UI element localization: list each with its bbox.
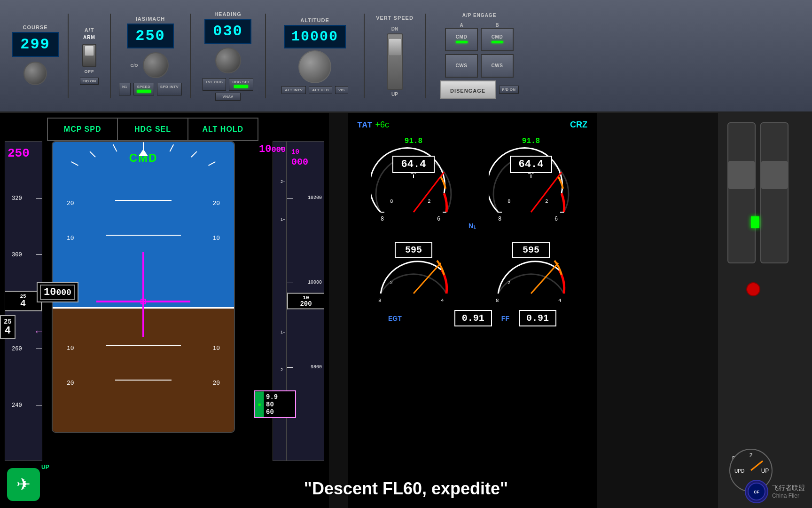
throttle-grip-2 xyxy=(761,161,788,189)
as-label-260: 260 xyxy=(12,346,22,352)
tat-display-group: TAT +6c xyxy=(357,120,389,130)
egt-circle-2: 8 6 4 2 595 xyxy=(489,237,573,303)
egt-label-text: EGT xyxy=(388,315,402,322)
altitude-knob[interactable] xyxy=(298,50,331,83)
alt-label-9800: 9800 xyxy=(311,365,322,370)
n1-val-2: 64.4 xyxy=(510,156,552,173)
dn-label: DN xyxy=(391,26,398,32)
svg-line-16 xyxy=(531,172,562,212)
n1-gauge-1: 91.8 8 xyxy=(362,137,465,222)
svg-text:8: 8 xyxy=(508,198,511,204)
vnav-button[interactable]: VNAV xyxy=(215,93,241,101)
alt-selected-large: 10000 xyxy=(259,143,286,155)
alt-tick-9800 xyxy=(287,367,293,368)
cws-a-label: CWS xyxy=(456,63,468,68)
egt-ff-row: EGT 0.91 FF 0.91 xyxy=(348,308,597,329)
speed-readout-box: 25 4 xyxy=(0,315,16,339)
cws-b-button[interactable]: CWS xyxy=(481,54,514,78)
main-display: MCP SPD HDG SEL ALT HOLD 250 320 300 280… xyxy=(0,113,812,508)
fd-on-right-label: F/D ON xyxy=(502,87,516,92)
svg-text:6: 6 xyxy=(437,216,440,222)
egt-gauge-2: 8 6 4 2 595 xyxy=(479,237,583,303)
watermark: CF 飞行者联盟 China Flier xyxy=(745,480,805,503)
vertspeed-section: VERT SPEED DN UP xyxy=(367,0,423,111)
pitch-20-label-l: 20 xyxy=(67,200,74,207)
throttle-grip-1 xyxy=(728,161,755,189)
baro-digits: 9.9 80 60 xyxy=(264,392,280,417)
svg-text:8: 8 xyxy=(381,216,384,222)
spd-intv-button[interactable]: SPD INTV xyxy=(157,83,182,95)
throttle-handle-2 xyxy=(760,122,789,263)
a-label: A xyxy=(460,23,463,28)
fma-bar: MCP SPD HDG SEL ALT HOLD xyxy=(47,118,258,141)
app-icon[interactable]: ✈ xyxy=(7,468,40,501)
n1-gauge-2: 91.8 8 10 6 8 2 xyxy=(479,137,583,222)
pitch-10-label-r: 10 xyxy=(212,235,220,242)
svg-text:CF: CF xyxy=(754,490,759,494)
ff-val-1: 0.91 xyxy=(454,310,492,326)
heading-knob[interactable] xyxy=(215,48,241,73)
svg-text:UP: UP xyxy=(761,468,769,474)
divider-3 xyxy=(190,14,191,98)
hdg-sel-button[interactable]: HDG SEL xyxy=(229,78,253,91)
alt-hld-button[interactable]: ALT HLD xyxy=(309,86,332,94)
lvl-chg-button[interactable]: LVL CHG xyxy=(203,78,226,91)
baro-green-inner: ■ xyxy=(258,402,261,407)
egt-val-1: 595 xyxy=(395,242,432,258)
gear-red-button[interactable] xyxy=(746,282,760,296)
disengage-button[interactable]: DISENGAGE xyxy=(440,80,496,99)
fd-on-right-button[interactable]: F/D ON xyxy=(499,86,519,94)
cmd-a-label: CMD xyxy=(456,34,467,40)
course-label: COURSE xyxy=(23,24,47,30)
n1-val-1: 64.4 xyxy=(392,156,435,173)
svg-line-7 xyxy=(414,172,444,212)
at-off: OFF xyxy=(85,69,94,74)
ap-engage-section: A/P ENGAGE A CMD B CMD CWS xyxy=(428,0,531,111)
mcp-panel: COURSE 299 A/T ARM OFF F/D ON IAS/MACH 2… xyxy=(0,0,812,113)
egt-gauges-row: 8 6 4 2 595 8 xyxy=(348,232,597,308)
divider-2 xyxy=(110,14,111,98)
watermark-cn: 飞行者联盟 xyxy=(772,484,805,492)
n1-label-text: N₁ xyxy=(468,222,476,230)
pitch-20-up xyxy=(115,200,172,201)
app-icon-plane: ✈ xyxy=(16,475,31,494)
course-section: COURSE 299 xyxy=(5,0,66,111)
svg-text:8: 8 xyxy=(390,198,393,204)
svg-text:4: 4 xyxy=(441,298,444,303)
svg-line-30 xyxy=(531,263,558,294)
course-display: 299 xyxy=(12,32,59,57)
pitch-10-dn-r: 10 xyxy=(212,345,220,352)
divider-4 xyxy=(265,14,266,98)
speed-label: SPEED xyxy=(137,85,151,89)
heading-section: HEADING 030 LVL CHG HDG SEL VNAV xyxy=(193,0,263,111)
fd-on-button[interactable]: F/D ON xyxy=(80,78,99,85)
pitch-20-dn xyxy=(115,380,172,381)
alt-main-digits: 200 xyxy=(300,301,312,307)
n1-section-label: N₁ xyxy=(348,222,597,230)
as-label-300: 300 xyxy=(12,252,22,258)
cmd-a-button[interactable]: CMD xyxy=(445,28,478,51)
divider-1 xyxy=(68,14,69,98)
watermark-text-group: 飞行者联盟 China Flier xyxy=(772,484,805,499)
cmd-b-button[interactable]: CMD xyxy=(481,28,514,51)
n1-label: N1 xyxy=(122,85,127,89)
tat-value: +6c xyxy=(375,120,389,130)
cmd-b-led xyxy=(492,41,503,43)
pitch-10-up xyxy=(106,235,181,236)
svg-text:2: 2 xyxy=(750,452,753,459)
egt-gauge-1: 8 6 4 2 595 xyxy=(362,237,465,303)
alt-intv-button[interactable]: ALT INTV xyxy=(281,86,306,94)
throttle-handle-1 xyxy=(727,122,756,263)
cws-a-button[interactable]: CWS xyxy=(445,54,478,78)
n1-circle-1: 8 10 6 8 2 64.4 xyxy=(371,146,456,222)
n1-button[interactable]: N1 xyxy=(119,83,131,95)
alt-tick-10200 xyxy=(287,198,293,198)
vis-button[interactable]: VIS xyxy=(335,86,348,94)
pitch-10-label-l: 10 xyxy=(67,235,74,242)
speed-button[interactable]: SPEED xyxy=(133,83,154,95)
vert-speed-slider[interactable] xyxy=(389,38,401,56)
pitch-10-dn xyxy=(106,345,181,346)
fd-vertical xyxy=(142,252,144,337)
ias-knob[interactable] xyxy=(143,52,169,78)
course-knob[interactable] xyxy=(23,62,47,85)
